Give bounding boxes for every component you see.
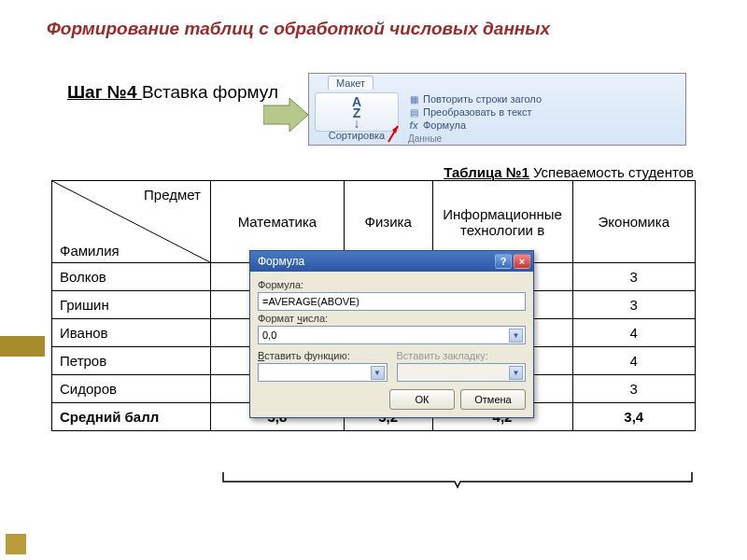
cell: 3 [572,375,695,403]
chevron-down-icon: ▼ [509,366,523,380]
ribbon-tab-layout[interactable]: Макет [328,76,374,90]
ribbon-item-formula[interactable]: fxФормула [408,119,542,132]
formula-input[interactable] [258,292,526,311]
step-label: Шаг №4 Вставка формул [67,82,278,103]
cell: 3 [572,263,695,291]
insert-function-label: Вставить функцию: [258,350,388,361]
step-prefix: Шаг №4 [67,82,142,102]
dialog-close-button[interactable]: × [514,254,530,269]
col-header: Экономика [572,181,695,263]
sort-az-icon: AZ [316,93,398,119]
ok-button[interactable]: ОК [389,389,455,410]
ribbon-item-label: Преобразовать в текст [423,106,532,118]
svg-marker-0 [263,98,308,132]
arrow-to-ribbon-icon [263,98,310,135]
insert-bookmark-label: Вставить закладку: [397,350,527,361]
cell: 4 [572,319,695,347]
formula-icon: fx [408,119,419,131]
chevron-down-icon: ▼ [371,366,385,380]
table-corner-cell: Предмет Фамилия [52,181,211,263]
row-name: Волков [52,263,211,291]
ribbon-item-to-text[interactable]: ▤Преобразовать в текст [408,105,542,119]
number-format-label: Формат числа: [258,313,526,324]
table-caption-num: Таблица №1 [444,164,529,180]
insert-function-select[interactable]: ▼ [258,363,388,382]
dialog-title: Формула [258,255,304,268]
avg-cell: 3,4 [572,403,695,431]
repeat-rows-icon: ▦ [408,93,419,105]
ribbon-item-repeat-rows[interactable]: ▦Повторить строки заголо [408,92,542,105]
cell: 3 [572,291,695,319]
avg-label: Средний балл [52,403,211,431]
insert-bookmark-select: ▼ [397,363,527,382]
ribbon-group-label: Данные [408,133,442,144]
ribbon-item-label: Формула [423,119,466,131]
row-name: Сидоров [52,375,211,403]
row-name: Петров [52,347,211,375]
formula-dialog: Формула ? × Формула: Формат числа: 0,0▼ … [249,250,534,418]
step-text: Вставка формул [142,82,278,102]
corner-bottom-label: Фамилия [60,243,120,259]
ribbon-menu: ▦Повторить строки заголо ▤Преобразовать … [408,92,542,132]
row-name: Гришин [52,291,211,319]
formula-field-label: Формула: [258,279,526,290]
number-format-value: 0,0 [262,329,276,341]
corner-top-label: Предмет [144,187,201,203]
cell: 4 [572,347,695,375]
to-text-icon: ▤ [408,106,419,118]
decorative-bar [0,336,45,357]
table-caption: Таблица №1 Успеваемость студентов [51,164,696,180]
cancel-button[interactable]: Отмена [460,389,526,410]
slide-corner-decor [6,534,26,554]
red-arrow-icon [385,123,402,144]
table-caption-text: Успеваемость студентов [529,164,694,180]
chevron-down-icon: ▼ [509,329,523,343]
row-name: Иванов [52,319,211,347]
bottom-bracket-icon [221,470,694,489]
ribbon-fragment: Макет AZ ↓ Сортировка ▦Повторить строки … [308,73,686,146]
dialog-titlebar[interactable]: Формула ? × [250,251,533,272]
slide-title: Формирование таблиц с обработкой числовы… [0,0,747,39]
number-format-select[interactable]: 0,0▼ [258,326,526,344]
dialog-help-button[interactable]: ? [495,254,512,269]
ribbon-item-label: Повторить строки заголо [423,93,542,105]
